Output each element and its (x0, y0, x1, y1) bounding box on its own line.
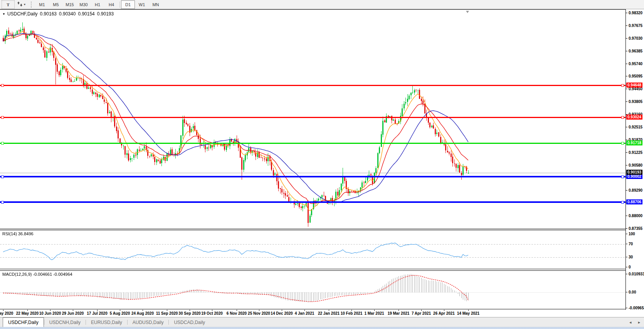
macd-pane: MACD(12,26,9) -0.004661 -0.004964 (0, 270, 626, 309)
open-value: 0.90163 (40, 11, 57, 17)
price-tick-label: 0.89290 (629, 188, 642, 192)
date-tick-mark (468, 310, 469, 311)
date-tick-mark (120, 310, 120, 311)
date-tick-mark (212, 310, 212, 311)
price-tick-mark (626, 38, 627, 39)
symbol-tab-usdcad[interactable]: USDCAD,Daily (169, 317, 210, 327)
rsi-tick-label: 100 (629, 232, 635, 236)
date-tick-label: 4 May 2020 (0, 311, 13, 316)
close-value: 0.90193 (97, 11, 114, 17)
hline-price-label[interactable]: 0.91718 (626, 140, 642, 145)
price-tick-label: 0.90580 (629, 163, 642, 167)
date-tick-label: 26 Apr 2021 (433, 311, 455, 316)
symbol-tab-audusd[interactable]: AUDUSD,Daily (128, 317, 169, 327)
date-tick-mark (190, 310, 190, 311)
date-tick-label: 19 Oct 2020 (201, 311, 223, 316)
date-tick-label: 5 Aug 2020 (110, 311, 130, 316)
date-tick-label: 22 Jan 2021 (318, 311, 340, 316)
timeframe-button-d1[interactable]: D1 (121, 0, 135, 9)
date-tick-mark (374, 310, 375, 311)
timeframe-button-w1[interactable]: W1 (135, 0, 149, 9)
timeframe-group: M1M5M15M30H1H4D1W1MN (35, 0, 163, 9)
date-tick-label: 19 Mar 2021 (388, 311, 410, 316)
price-tick-label: 0.98320 (629, 11, 642, 15)
timeframe-button-m1[interactable]: M1 (35, 0, 49, 9)
price-tick-mark (626, 25, 627, 26)
timeframe-button-h1[interactable]: H1 (91, 0, 104, 9)
price-tick-label: 0.88000 (629, 214, 642, 218)
chart-symbol-label: USDCHF,Daily (7, 11, 38, 17)
price-tick-label: 0.87355 (629, 226, 642, 231)
price-tick-mark (626, 101, 627, 102)
macd-tick-mark (626, 308, 627, 308)
timeframe-button-h4[interactable]: H4 (104, 0, 118, 9)
price-tick-mark (626, 127, 627, 127)
price-tick-label: 0.91225 (629, 150, 642, 155)
timeframe-button-m30[interactable]: M30 (77, 0, 91, 9)
date-tick-mark (27, 310, 28, 311)
date-tick-label: 11 Sep 2020 (156, 311, 178, 316)
date-tick-label: 7 Apr 2021 (412, 311, 431, 316)
date-tick-label: 10 Feb 2021 (341, 311, 363, 316)
date-axis[interactable]: 4 May 202022 May 202010 Jun 202029 Jun 2… (0, 310, 644, 317)
macd-canvas[interactable] (0, 271, 626, 309)
arrows-tool-button[interactable]: ▼ (15, 0, 29, 9)
toolbar: T ▼ M1M5M15M30H1H4D1W1MN (0, 0, 644, 9)
price-chart-canvas[interactable] (0, 10, 626, 229)
rsi-pane: RSI(14) 36.8496 (0, 230, 626, 269)
date-tick-label: 24 Aug 2020 (131, 311, 154, 316)
symbol-tab-eurusd[interactable]: EURUSD,Daily (86, 317, 127, 327)
rsi-canvas[interactable] (0, 231, 626, 269)
price-tick-mark (626, 13, 627, 13)
collapse-chart-icon[interactable]: ▼ (2, 12, 5, 16)
trading-app-window: T ▼ M1M5M15M30H1H4D1W1MN ▼USDCHF,Daily0.… (0, 0, 644, 329)
date-tick-label: 22 May 2020 (16, 311, 39, 316)
symbol-tab-usdchf[interactable]: USDCHF,Daily (3, 317, 44, 327)
tab-scroll-right-icon[interactable]: ► (637, 321, 641, 324)
price-tick-label: 0.95740 (629, 62, 642, 66)
hline-price-label[interactable]: 0.88706 (626, 199, 642, 204)
date-tick-label: 4 Jan 2021 (295, 311, 314, 316)
date-tick-mark (3, 310, 3, 311)
price-tick-label: 0.97030 (629, 36, 642, 40)
date-tick-mark (143, 310, 143, 311)
rsi-label: RSI(14) 36.8496 (2, 231, 34, 236)
timeframe-button-m15[interactable]: M15 (63, 0, 77, 9)
chart-region: ▼USDCHF,Daily0.901630.903400.901540.9019… (0, 9, 644, 310)
price-tick-label: 0.96385 (629, 49, 642, 53)
date-tick-label: 1 Mar 2021 (364, 311, 384, 316)
timeframe-button-mn[interactable]: MN (149, 0, 163, 9)
macd-tick-label: 0.00 (629, 290, 636, 294)
tab-scroll-left-icon[interactable]: ◄ (629, 321, 632, 324)
price-tick-label: 0.95095 (629, 74, 642, 78)
date-tick-mark (351, 310, 352, 311)
symbol-tab-usdcnh[interactable]: USDCNH,Daily (44, 317, 86, 327)
date-tick-mark (399, 310, 399, 311)
current-price-label: 0.90193 (626, 170, 642, 175)
timeframe-button-m5[interactable]: M5 (49, 0, 63, 9)
date-tick-mark (73, 310, 73, 311)
hline-price-label[interactable]: 0.93024 (626, 115, 642, 120)
macd-tick-mark (626, 292, 627, 292)
hline-price-label[interactable]: 0.94648 (626, 83, 642, 88)
date-tick-label: 25 Nov 2020 (248, 311, 270, 316)
price-tick-mark (626, 165, 627, 165)
macd-label: MACD(12,26,9) -0.004661 -0.004964 (2, 272, 72, 277)
date-tick-mark (444, 310, 444, 311)
date-tick-label: 30 Sep 2020 (178, 311, 200, 316)
price-pane: ▼USDCHF,Daily0.901630.903400.901540.9019… (0, 9, 626, 229)
price-tick-mark (626, 216, 627, 216)
chart-shift-marker[interactable] (466, 11, 469, 13)
date-tick-label: 14 Dec 2020 (271, 311, 293, 316)
price-tick-label: 0.92515 (629, 125, 642, 129)
price-tick-mark (626, 51, 627, 51)
price-axis[interactable]: 0.983200.976750.970300.963850.957400.950… (626, 9, 644, 310)
date-tick-mark (259, 310, 259, 311)
toolbar-grip (31, 2, 33, 8)
chevron-down-icon: ▼ (24, 3, 26, 6)
rsi-tick-mark (626, 234, 627, 234)
toolbar-separator (119, 2, 120, 8)
text-label-tool-button[interactable]: T (2, 0, 15, 9)
date-tick-label: 14 May 2021 (457, 311, 479, 316)
symbol-tab-bar: USDCHF,DailyUSDCNH,DailyEURUSD,DailyAUDU… (0, 317, 644, 327)
